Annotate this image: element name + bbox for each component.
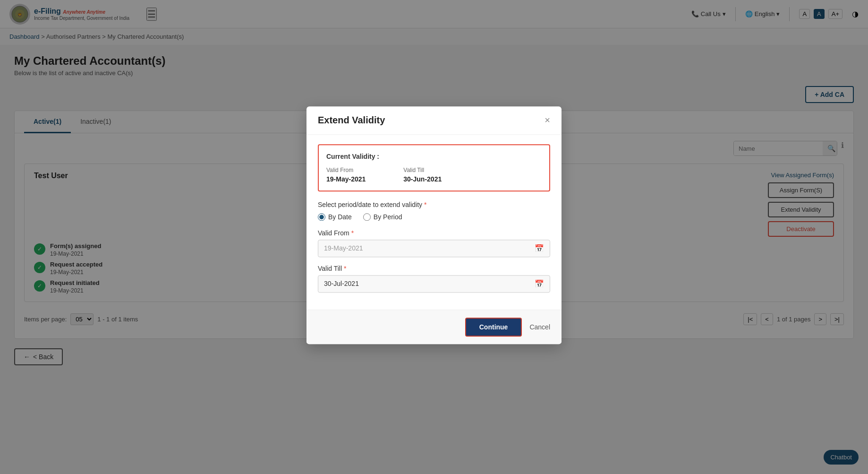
cancel-button[interactable]: Cancel [529,323,550,331]
by-date-radio[interactable] [318,213,325,221]
valid-from-input[interactable] [324,244,535,252]
valid-till-display-value: 30-Jun-2021 [403,175,442,183]
current-validity-title: Current Validity : [326,153,542,160]
valid-from-display-value: 19-May-2021 [326,175,366,183]
valid-till-input[interactable] [324,280,535,287]
modal-close-button[interactable]: × [545,115,550,125]
modal-header: Extend Validity × [306,106,562,135]
valid-from-display: Valid From 19-May-2021 [326,167,366,183]
valid-from-display-label: Valid From [326,167,366,173]
by-date-label: By Date [328,213,352,221]
form-valid-from-label: Valid From * [318,229,550,237]
modal-body: Current Validity : Valid From 19-May-202… [306,135,562,310]
modal-footer: Continue Cancel [306,310,562,344]
valid-till-display: Valid Till 30-Jun-2021 [403,167,442,183]
select-period-label: Select period/date to extend validity * [318,201,550,208]
by-period-label: By Period [374,213,402,221]
valid-from-input-wrapper: 📅 [318,240,550,257]
calendar-icon-till[interactable]: 📅 [535,279,544,288]
required-star-till: * [344,265,346,272]
by-period-radio[interactable] [363,213,371,221]
form-valid-till-label: Valid Till * [318,265,550,272]
continue-button[interactable]: Continue [465,318,522,336]
validity-dates-row: Valid From 19-May-2021 Valid Till 30-Jun… [326,167,542,183]
required-star-period: * [424,201,426,208]
calendar-icon-from[interactable]: 📅 [535,244,544,253]
required-star-from: * [351,229,354,237]
by-period-radio-label[interactable]: By Period [363,213,402,221]
by-date-radio-label[interactable]: By Date [318,213,352,221]
extend-validity-modal: Extend Validity × Current Validity : Val… [306,106,562,344]
valid-till-input-wrapper: 📅 [318,275,550,293]
current-validity-box: Current Validity : Valid From 19-May-202… [318,144,550,191]
form-valid-from-group: Valid From * 📅 [318,229,550,257]
modal-title: Extend Validity [318,115,385,126]
valid-till-display-label: Valid Till [403,167,442,173]
form-valid-till-group: Valid Till * 📅 [318,265,550,293]
radio-group: By Date By Period [318,213,550,221]
